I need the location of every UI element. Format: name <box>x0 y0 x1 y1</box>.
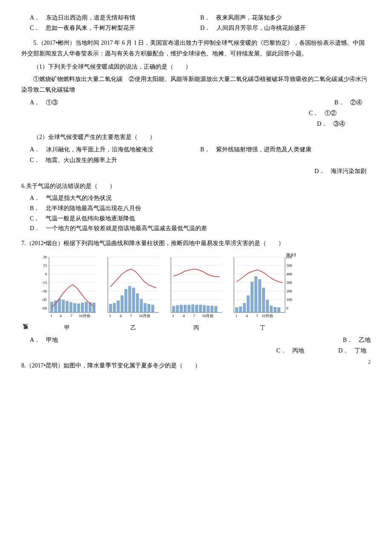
svg-rect-109 <box>258 279 261 312</box>
svg-text:10月份: 10月份 <box>202 314 213 318</box>
svg-rect-22 <box>58 299 61 312</box>
chart-ding: 600 500 400 300 200 100 0 1 4 7 10月份 <box>230 253 296 332</box>
q5-sub2-optA: A． 冰川融化，海平面上升，沿海低地被淹没 <box>30 144 200 155</box>
svg-rect-28 <box>81 303 84 312</box>
svg-rect-75 <box>191 304 194 312</box>
q6-optC: C． 气温一般是从低纬向极地逐渐降低 <box>30 214 371 224</box>
question-6: 6.关于气温的说法错误的是（ ） A． 气温是指大气的冷热状况 B． 北半球的陆… <box>21 181 371 234</box>
svg-rect-76 <box>195 305 198 312</box>
option-c: C． 忽如一夜春风来，千树万树梨花开 <box>30 23 200 33</box>
svg-text:-60: -60 <box>42 306 47 310</box>
svg-text:4: 4 <box>60 314 62 318</box>
q5-sub2-options: A． 冰川融化，海平面上升，沿海低地被淹没 B． 紫外线辐射增强，进而危及人类健… <box>30 144 371 155</box>
svg-rect-23 <box>62 300 65 312</box>
svg-rect-56 <box>151 305 154 312</box>
svg-rect-105 <box>243 303 246 312</box>
svg-rect-74 <box>187 305 190 312</box>
page-content: A． 东边日出西边雨，道是无情却有情 B． 夜来风雨声，花落知多少 C． 忽如一… <box>21 13 371 371</box>
svg-rect-25 <box>69 302 72 312</box>
svg-text:4: 4 <box>183 314 185 318</box>
q5-sub2-optD: D． 海洋污染加剧 <box>314 166 366 176</box>
svg-rect-46 <box>113 303 116 312</box>
svg-text:10月份: 10月份 <box>139 314 150 318</box>
svg-rect-77 <box>199 305 202 312</box>
svg-rect-51 <box>132 288 135 312</box>
svg-rect-113 <box>274 307 277 312</box>
svg-text:200: 200 <box>286 289 292 293</box>
option-c-label: C． 忽如一夜春风来，千树万树梨花开 <box>30 23 135 33</box>
q7-optD: D． 丁地 <box>338 345 366 356</box>
q5-sub2-optC: C． 地震、火山发生的频率上升 <box>30 155 371 165</box>
svg-text:-30: -30 <box>42 289 47 293</box>
svg-rect-48 <box>121 295 124 312</box>
svg-text:4: 4 <box>246 314 248 318</box>
svg-rect-52 <box>136 293 139 312</box>
q7-optB: B． 乙地 <box>343 335 371 345</box>
q7-optA: A． 甲地 <box>30 335 58 345</box>
svg-rect-27 <box>77 304 80 312</box>
svg-text:1: 1 <box>235 314 237 318</box>
svg-text:1: 1 <box>50 314 52 318</box>
chart-jia: 30 15 0 -15 -30 -45 -60 1 4 7 10月份 <box>34 253 100 332</box>
svg-rect-24 <box>66 301 69 312</box>
chart-ding-label: 丁 <box>260 323 265 332</box>
svg-rect-78 <box>203 305 206 312</box>
svg-rect-47 <box>117 301 120 312</box>
question-5: 5.（2017•郴州）当地时间 2017 年 6 月 1 日，美国宣布退出致力于… <box>21 38 371 176</box>
svg-text:100: 100 <box>286 298 292 302</box>
svg-text:400: 400 <box>286 272 292 276</box>
q6-optB: B． 北半球的陆地最高气温出现在八月份 <box>30 203 371 214</box>
svg-rect-54 <box>144 303 147 312</box>
svg-rect-112 <box>270 306 273 312</box>
q5-sub1-detail: ①燃烧矿物燃料放出大量二氧化碳 ②使用太阳能、风能等新能源放出大量二氧化碳③植被… <box>21 74 371 95</box>
svg-text:30: 30 <box>43 255 47 259</box>
q5-sub1-text: （1）下列关于全球气候变暖成因的说法，正确的是（ ） <box>21 61 371 72</box>
svg-text:1: 1 <box>172 314 174 318</box>
chart-bing: 1 4 7 10月份 <box>167 253 226 332</box>
svg-text:15: 15 <box>43 263 47 268</box>
chart-bing-svg: 1 4 7 10月份 <box>167 253 226 321</box>
option-b: B． 夜来风雨声，花落知多少 <box>200 13 371 23</box>
svg-rect-111 <box>266 300 269 312</box>
q5-sub2-optB: B． 紫外线辐射增强，进而危及人类健康 <box>200 144 371 155</box>
q5-sub2-text: （2）全球气候变暖产生的主要危害是（ ） <box>21 132 371 142</box>
svg-text:500: 500 <box>286 263 292 268</box>
option-a-label: A． 东边日出西边雨，道是无情却有情 <box>30 13 135 23</box>
option-d-label: D． 人间四月芳菲尽，山寺桃花始盛开 <box>200 23 306 33</box>
svg-rect-104 <box>239 306 242 312</box>
svg-text:-45: -45 <box>42 298 47 302</box>
q5-sub1-optB: B． ②④ <box>196 97 371 108</box>
q8-text: 8.（2017•昆明）如图中，降水量季节变化属于夏多冬少的是（ ） <box>21 360 371 371</box>
charts-container: 气温℃ 30 15 <box>21 253 371 332</box>
chart-ding-svg: 600 500 400 300 200 100 0 1 4 7 10月份 <box>230 253 296 321</box>
page-number: 2 <box>368 357 371 367</box>
y-axis-temp-label: 气温℃ <box>21 307 31 333</box>
svg-text:7: 7 <box>70 314 72 318</box>
option-a: A． 东边日出西边雨，道是无情却有情 <box>30 13 200 23</box>
svg-rect-73 <box>184 305 187 312</box>
prev-question-options: A． 东边日出西边雨，道是无情却有情 B． 夜来风雨声，花落知多少 C． 忽如一… <box>21 13 371 33</box>
q5-sub1-optD: D． ③④ <box>317 119 345 129</box>
option-b-label: B． 夜来风雨声，花落知多少 <box>200 13 282 23</box>
option-d: D． 人间四月芳菲尽，山寺桃花始盛开 <box>200 23 371 33</box>
svg-rect-106 <box>247 295 250 312</box>
svg-rect-72 <box>180 305 183 312</box>
svg-rect-29 <box>85 302 88 312</box>
q6-optA: A． 气温是指大气的冷热状况 <box>30 193 371 203</box>
chart-yi-svg: 1 4 7 10月份 <box>104 253 163 321</box>
svg-rect-53 <box>140 299 143 312</box>
svg-text:-15: -15 <box>42 280 47 285</box>
svg-rect-70 <box>172 306 175 312</box>
svg-rect-31 <box>92 303 95 312</box>
svg-text:300: 300 <box>286 280 292 285</box>
svg-text:0: 0 <box>45 272 47 276</box>
q7-options: A． 甲地 B． 乙地 C． 丙地 D． 丁地 <box>30 335 371 356</box>
svg-text:10月份: 10月份 <box>262 314 273 318</box>
q5-sub1-optA: A． ①③ <box>30 97 196 108</box>
q5-sub1-optC: C． ①② <box>309 108 337 119</box>
svg-rect-26 <box>73 303 76 312</box>
chart-bing-label: 丙 <box>193 323 199 332</box>
svg-text:降水量mm: 降水量mm <box>286 253 296 257</box>
svg-rect-107 <box>251 282 254 312</box>
q6-options: A． 气温是指大气的冷热状况 B． 北半球的陆地最高气温出现在八月份 C． 气温… <box>30 193 371 234</box>
